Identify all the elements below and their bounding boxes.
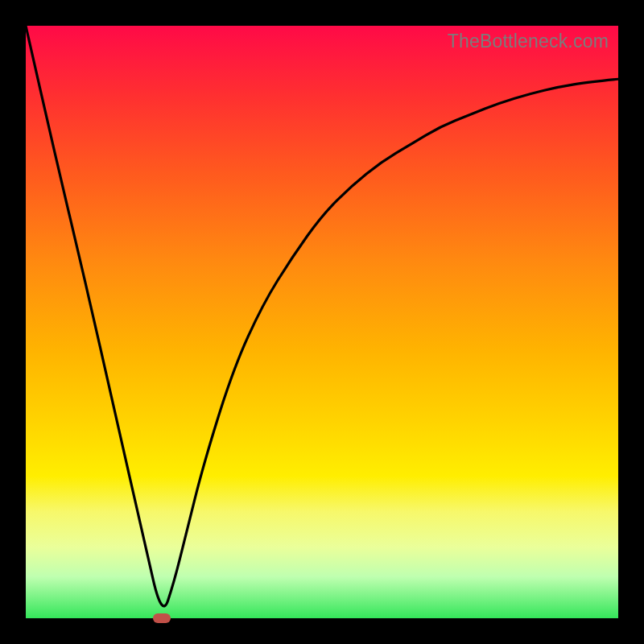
trough-marker: [153, 613, 171, 623]
bottleneck-curve: [26, 26, 618, 618]
chart-frame: TheBottleneck.com: [0, 0, 644, 644]
plot-area: TheBottleneck.com: [26, 26, 618, 618]
